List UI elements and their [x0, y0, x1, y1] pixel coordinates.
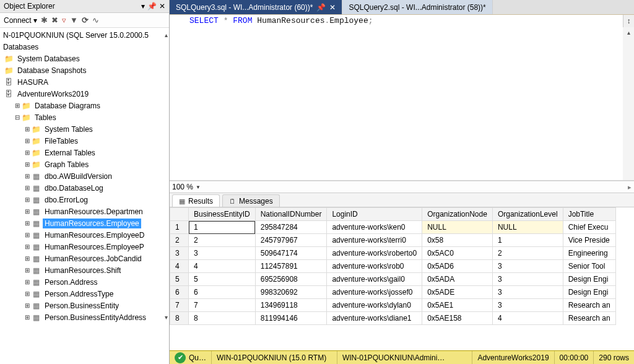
data-cell[interactable]: 3 [492, 286, 563, 299]
row-number-cell[interactable]: 8 [170, 312, 189, 325]
data-cell[interactable]: 3 [492, 273, 563, 286]
filter-icon[interactable]: ▿ [62, 15, 66, 25]
system-tables-node[interactable]: ⊞📁System Tables [1, 123, 168, 135]
row-number-cell[interactable]: 2 [170, 234, 189, 247]
databases-node[interactable]: Databases [1, 41, 168, 53]
table-businessentity-node[interactable]: ⊞▦Person.BusinessEntity [1, 300, 168, 311]
row-number-cell[interactable]: 5 [170, 273, 189, 286]
data-cell[interactable]: NULL [422, 221, 493, 234]
tab-sqlquery3[interactable]: SQLQuery3.sql - WI...Administrator (60))… [170, 0, 342, 14]
expand-icon[interactable]: ⊞ [24, 232, 31, 238]
expand-icon[interactable]: ⊞ [24, 302, 31, 309]
data-cell[interactable]: 4 [189, 260, 256, 273]
expand-icon[interactable]: ⊞ [24, 196, 31, 203]
expand-icon[interactable]: ⊞ [24, 290, 31, 297]
data-cell[interactable]: 2 [492, 247, 563, 260]
db-adventureworks-node[interactable]: 🗄AdventureWorks2019 [1, 88, 168, 100]
data-cell[interactable]: 0x5AD6 [422, 260, 493, 273]
table-row[interactable]: 55695256908adventure-works\gail00x5ADA3D… [170, 273, 616, 286]
server-node[interactable]: N-01PQUOKNIUN (SQL Server 15.0.2000.5▴ [1, 29, 168, 41]
data-cell[interactable]: adventure-works\dylan0 [327, 299, 422, 312]
mini-scroll-icon[interactable]: ▸ [628, 183, 632, 191]
data-cell[interactable]: Senior Tool [563, 260, 615, 273]
table-row[interactable]: 22245797967adventure-works\terri00x581Vi… [170, 234, 616, 247]
column-header[interactable]: BusinessEntityID [189, 208, 256, 221]
data-cell[interactable]: Research an [563, 312, 615, 325]
table-employeep-node[interactable]: ⊞▦HumanResources.EmployeeP [1, 241, 168, 253]
data-cell[interactable]: adventure-works\rob0 [327, 260, 422, 273]
data-cell[interactable]: 8 [189, 312, 256, 325]
row-number-cell[interactable]: 4 [170, 260, 189, 273]
data-cell[interactable]: 6 [189, 286, 256, 299]
tables-node[interactable]: ⊟📁Tables [1, 111, 168, 123]
data-cell[interactable]: NULL [492, 221, 563, 234]
data-cell[interactable]: 0x58 [422, 234, 493, 247]
table-businessentityaddress-node[interactable]: ⊞▦Person.BusinessEntityAddress▾ [1, 311, 168, 323]
expand-icon[interactable]: ⊞ [24, 208, 31, 215]
split-view-icon[interactable]: ↕ [623, 15, 634, 27]
column-header[interactable]: OrganizationLevel [492, 208, 563, 221]
expand-icon[interactable]: ⊞ [14, 102, 21, 109]
external-tables-node[interactable]: ⊞📁External Tables [1, 147, 168, 158]
expand-icon[interactable]: ⊞ [24, 267, 31, 274]
table-errorlog-node[interactable]: ⊞▦dbo.ErrorLog [1, 194, 168, 206]
close-icon[interactable]: ✕ [329, 3, 336, 12]
column-header[interactable]: LoginID [327, 208, 422, 221]
data-cell[interactable]: 2 [189, 234, 256, 247]
data-cell[interactable]: adventure-works\terri0 [327, 234, 422, 247]
data-cell[interactable]: 0x5AE158 [422, 312, 493, 325]
disconnect-icon[interactable]: ✱ [41, 15, 48, 25]
database-snapshots-node[interactable]: 📁Database Snapshots [1, 64, 168, 76]
row-number-cell[interactable]: 3 [170, 247, 189, 260]
expand-icon[interactable]: ⊞ [24, 220, 31, 227]
tab-sqlquery2[interactable]: SQLQuery2.sql - WI...Administrator (58))… [342, 0, 492, 14]
object-explorer-tree[interactable]: N-01PQUOKNIUN (SQL Server 15.0.2000.5▴ D… [0, 28, 169, 364]
refresh-icon[interactable]: ⟳ [82, 15, 89, 25]
pin-icon[interactable]: 📌 [316, 3, 326, 12]
data-cell[interactable]: 0x5ADE [422, 286, 493, 299]
table-row[interactable]: 44112457891adventure-works\rob00x5AD63Se… [170, 260, 616, 273]
system-databases-node[interactable]: 📁System Databases [1, 53, 168, 64]
column-header[interactable]: JobTitle [563, 208, 615, 221]
data-cell[interactable]: adventure-works\jossef0 [327, 286, 422, 299]
column-header[interactable]: NationalIDNumber [255, 208, 327, 221]
table-row[interactable]: 33509647174adventure-works\roberto00x5AC… [170, 247, 616, 260]
data-cell[interactable]: 7 [189, 299, 256, 312]
data-cell[interactable]: 998320692 [255, 286, 327, 299]
table-row[interactable]: 77134969118adventure-works\dylan00x5AE13… [170, 299, 616, 312]
data-cell[interactable]: Design Engi [563, 286, 615, 299]
filter2-icon[interactable]: ▼ [70, 15, 78, 25]
data-cell[interactable]: adventure-works\gail0 [327, 273, 422, 286]
expand-icon[interactable]: ⊞ [24, 314, 31, 321]
zoom-control[interactable]: 100 % ▼ ▸ [170, 181, 634, 193]
chevron-down-icon[interactable]: ▼ [196, 184, 201, 190]
data-cell[interactable]: Vice Preside [563, 234, 615, 247]
data-cell[interactable]: Chief Execu [563, 221, 615, 234]
expand-icon[interactable]: ⊞ [24, 137, 31, 144]
expand-icon[interactable]: ⊞ [24, 126, 31, 132]
data-cell[interactable]: 1 [189, 221, 256, 234]
data-cell[interactable]: Engineering [563, 247, 615, 260]
expand-icon[interactable]: ⊞ [24, 173, 31, 180]
data-cell[interactable]: adventure-works\roberto0 [327, 247, 422, 260]
expand-icon[interactable]: ⊞ [24, 243, 31, 250]
row-number-cell[interactable]: 1 [170, 221, 189, 234]
expand-icon[interactable]: ⊞ [24, 161, 31, 168]
filetables-node[interactable]: ⊞📁FileTables [1, 135, 168, 147]
data-cell[interactable]: 3 [492, 299, 563, 312]
data-cell[interactable]: 0x5AC0 [422, 247, 493, 260]
data-cell[interactable]: Design Engi [563, 273, 615, 286]
pin-icon[interactable]: 📌 [147, 2, 157, 11]
data-cell[interactable]: Research an [563, 299, 615, 312]
tab-messages[interactable]: 🗒Messages [222, 194, 280, 207]
table-department-node[interactable]: ⊞▦HumanResources.Departmen [1, 206, 168, 217]
table-jobcandidate-node[interactable]: ⊞▦HumanResources.JobCandid [1, 253, 168, 264]
sql-editor[interactable]: SELECT * FROM HumanResources.Employee; ↕… [170, 15, 634, 181]
row-number-cell[interactable]: 7 [170, 299, 189, 312]
expand-icon[interactable]: ⊞ [24, 279, 31, 285]
expand-icon[interactable]: ⊞ [24, 149, 31, 156]
column-header[interactable]: OrganizationNode [422, 208, 493, 221]
data-cell[interactable]: 811994146 [255, 312, 327, 325]
data-cell[interactable]: 1 [492, 234, 563, 247]
table-shift-node[interactable]: ⊞▦HumanResources.Shift [1, 264, 168, 276]
